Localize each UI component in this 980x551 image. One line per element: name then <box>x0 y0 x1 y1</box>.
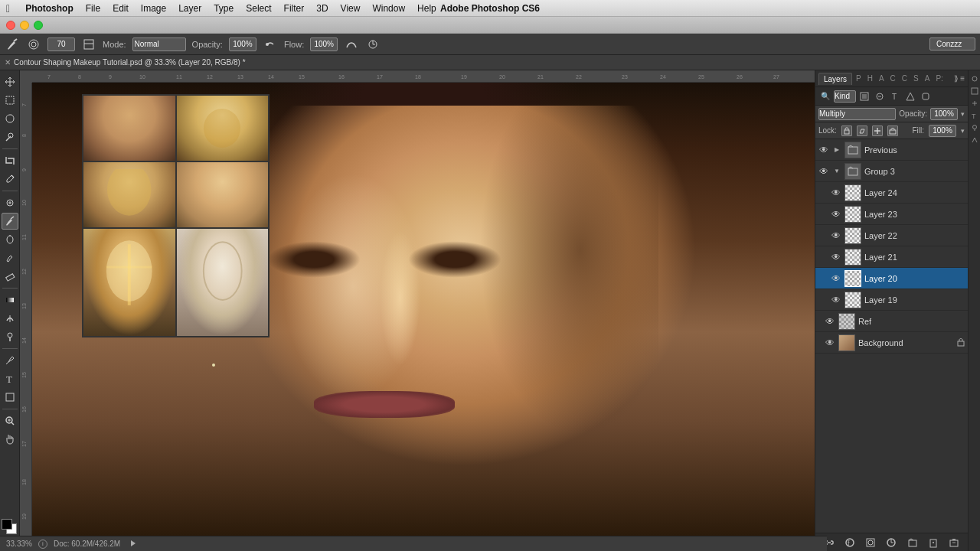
tab-s[interactable]: S <box>911 73 921 84</box>
far-right-btn-3[interactable] <box>969 98 980 109</box>
pen-pressure-icon[interactable] <box>365 37 381 52</box>
filter-pixel-icon[interactable] <box>858 90 871 103</box>
delete-layer-btn[interactable] <box>947 536 961 549</box>
layer-item-22[interactable]: 👁 Layer 22 <box>815 225 968 246</box>
close-button[interactable] <box>6 21 15 30</box>
filter-text-icon[interactable]: T <box>888 90 902 103</box>
history-brush-tool[interactable] <box>2 249 18 266</box>
layer-item-ref[interactable]: 👁 Ref <box>815 311 968 332</box>
lock-transparent-btn[interactable] <box>841 126 852 136</box>
flow-input[interactable] <box>310 37 338 51</box>
crop-tool[interactable] <box>2 152 18 169</box>
visibility-21[interactable]: 👁 <box>831 252 841 262</box>
menu-image[interactable]: Image <box>141 3 166 14</box>
clone-stamp-tool[interactable] <box>2 231 18 248</box>
layer-item-21[interactable]: 👁 Layer 21 <box>815 246 968 268</box>
new-group-btn[interactable] <box>906 536 920 549</box>
far-right-btn-2[interactable] <box>969 86 980 96</box>
brush-tool-icon[interactable] <box>5 37 20 52</box>
opacity-input[interactable] <box>229 37 256 51</box>
visibility-background[interactable]: 👁 <box>825 337 835 348</box>
far-right-btn-6[interactable] <box>969 135 980 145</box>
tab-c2[interactable]: C <box>900 73 910 84</box>
menu-window[interactable]: Window <box>372 3 405 14</box>
marquee-tool[interactable] <box>2 92 18 109</box>
visibility-22[interactable]: 👁 <box>831 230 841 241</box>
doc-close-button[interactable]: ✕ <box>5 58 11 67</box>
group-arrow-group3[interactable]: ▼ <box>832 167 841 176</box>
lock-all-btn[interactable] <box>887 126 898 136</box>
visibility-previous[interactable]: 👁 <box>818 145 829 155</box>
layers-tab[interactable]: Layers <box>818 73 852 85</box>
add-mask-btn[interactable] <box>864 536 877 549</box>
tab-a1[interactable]: A <box>877 73 887 84</box>
panel-menu-icon[interactable]: ≡ <box>960 74 965 83</box>
blend-mode-select[interactable]: Multiply Normal Screen Overlay Soft Ligh… <box>818 108 896 120</box>
opacity-value-layers[interactable] <box>930 108 958 120</box>
lock-image-btn[interactable] <box>857 126 867 136</box>
search-kind-icon[interactable]: 🔍 <box>818 90 832 103</box>
brush-preset-icon[interactable] <box>81 37 96 52</box>
shape-tool[interactable] <box>2 389 18 406</box>
menu-help[interactable]: Help <box>417 3 436 14</box>
visibility-23[interactable]: 👁 <box>831 209 841 220</box>
fill-arrow-icon[interactable]: ▾ <box>961 127 965 135</box>
far-right-btn-5[interactable] <box>969 122 980 133</box>
menu-file[interactable]: File <box>86 3 100 14</box>
foreground-color-swatch[interactable] <box>2 519 12 530</box>
layer-item-previous[interactable]: 👁 ▶ Previous <box>815 139 968 161</box>
smooth-icon[interactable] <box>344 37 359 52</box>
zoom-tool[interactable] <box>2 412 18 429</box>
layer-item-24[interactable]: 👁 Layer 24 <box>815 182 968 204</box>
move-tool[interactable] <box>2 73 18 90</box>
dodge-tool[interactable] <box>2 328 18 345</box>
visibility-24[interactable]: 👁 <box>831 187 841 198</box>
new-layer-btn[interactable] <box>926 536 940 549</box>
add-adjustment-btn[interactable] <box>884 536 898 549</box>
blur-tool[interactable] <box>2 310 18 327</box>
layer-item-group3[interactable]: 👁 ▼ Group 3 <box>815 161 968 182</box>
menu-view[interactable]: View <box>341 3 361 14</box>
filter-shape-icon[interactable] <box>903 90 917 103</box>
menu-filter[interactable]: Filter <box>284 3 305 14</box>
layer-item-20[interactable]: 👁 Layer 20 <box>815 268 968 289</box>
gradient-tool[interactable] <box>2 292 18 308</box>
filter-smart-icon[interactable] <box>919 90 933 103</box>
filter-kind-select[interactable]: Kind Name Effect <box>834 90 856 103</box>
canvas-area[interactable]: 7 8 9 10 11 12 13 14 15 16 17 18 19 20 2… <box>20 70 815 551</box>
brush-size-input[interactable]: 70 <box>47 37 75 51</box>
menu-layer[interactable]: Layer <box>178 3 201 14</box>
healing-brush-tool[interactable] <box>2 194 18 211</box>
eraser-tool[interactable] <box>2 268 18 285</box>
visibility-group3[interactable]: 👁 <box>818 166 829 177</box>
play-button[interactable] <box>129 540 137 549</box>
opacity-arrow-icon[interactable]: ▾ <box>961 110 965 118</box>
eyedropper-tool[interactable] <box>2 171 18 187</box>
airbrush-icon[interactable] <box>263 37 278 52</box>
tab-a2[interactable]: A <box>923 73 933 84</box>
layer-item-23[interactable]: 👁 Layer 23 <box>815 204 968 225</box>
panel-expand-icon[interactable]: ⟫ <box>954 74 959 83</box>
menu-select[interactable]: Select <box>246 3 271 14</box>
pen-tool[interactable] <box>2 352 18 369</box>
visibility-19[interactable]: 👁 <box>831 295 841 305</box>
apple-menu[interactable]:  <box>6 2 10 15</box>
brush-tool-left[interactable] <box>2 213 18 230</box>
layer-item-background[interactable]: 👁 Background <box>815 332 968 354</box>
tab-p2[interactable]: P: <box>933 73 945 84</box>
visibility-20[interactable]: 👁 <box>831 273 841 284</box>
preset-picker[interactable]: Conzzz <box>929 37 975 51</box>
text-tool[interactable]: T <box>2 370 18 387</box>
far-right-btn-4[interactable]: T <box>969 110 980 121</box>
lock-position-btn[interactable] <box>872 126 883 136</box>
status-info-icon[interactable]: i <box>38 540 47 549</box>
group-arrow-previous[interactable]: ▶ <box>832 145 841 155</box>
channels-tab[interactable]: P <box>854 73 864 84</box>
canvas-content[interactable] <box>32 83 815 536</box>
lasso-tool[interactable] <box>2 110 18 127</box>
menu-edit[interactable]: Edit <box>113 3 129 14</box>
paths-tab[interactable]: H <box>865 73 875 84</box>
add-style-btn[interactable]: f <box>843 536 857 549</box>
magic-wand-tool[interactable] <box>2 129 18 145</box>
layer-item-19[interactable]: 👁 Layer 19 <box>815 289 968 311</box>
